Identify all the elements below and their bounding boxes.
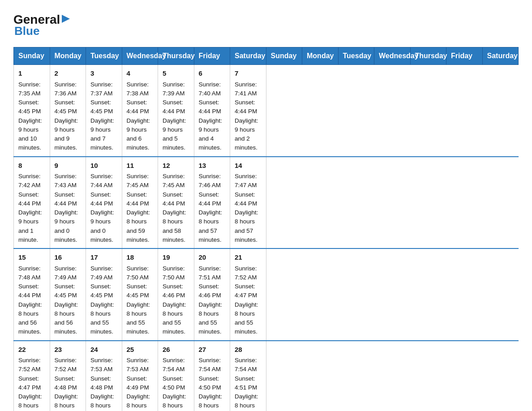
daylight: Daylight: 8 hours (163, 393, 186, 409)
calendar-cell: 18Sunrise: 7:50 AMSunset: 4:45 PMDayligh… (122, 248, 158, 341)
sunset: Sunset: 4:44 PM (127, 99, 149, 115)
sunset: Sunset: 4:44 PM (18, 283, 41, 299)
day-number: 3 (90, 68, 117, 79)
sunset: Sunset: 4:51 PM (235, 375, 257, 391)
calendar-cell: 11Sunrise: 7:45 AMSunset: 4:44 PMDayligh… (122, 157, 158, 249)
sunrise: Sunrise: 7:49 AM (90, 265, 113, 281)
calendar-cell: 3Sunrise: 7:37 AMSunset: 4:45 PMDaylight… (86, 65, 122, 157)
day-number: 20 (199, 253, 226, 263)
sunrise: Sunrise: 7:53 AM (127, 357, 149, 372)
daylight: Daylight: 9 hours (199, 117, 223, 133)
day-number: 28 (235, 345, 262, 355)
calendar-cell: 10Sunrise: 7:44 AMSunset: 4:44 PMDayligh… (86, 157, 122, 249)
sunset: Sunset: 4:45 PM (90, 99, 113, 115)
calendar-cell: 28Sunrise: 7:54 AMSunset: 4:51 PMDayligh… (230, 341, 266, 411)
day-number: 21 (235, 253, 262, 263)
header-monday: Monday (302, 47, 339, 65)
logo-blue: Blue (14, 24, 39, 38)
sunset: Sunset: 4:44 PM (18, 191, 41, 207)
header-friday: Friday (194, 47, 230, 65)
daylight: Daylight: 8 hours (199, 393, 223, 409)
daylight2: and 55 minutes. (199, 319, 222, 335)
header-thursday: Thursday (158, 47, 194, 65)
daylight2: and 55 minutes. (127, 319, 150, 335)
sunrise: Sunrise: 7:41 AM (235, 81, 257, 97)
header-sunday: Sunday (14, 47, 50, 65)
daylight2: and 58 minutes. (163, 227, 185, 243)
sunset: Sunset: 4:46 PM (199, 283, 221, 299)
daylight: Daylight: 8 hours (18, 393, 42, 409)
sunset: Sunset: 4:44 PM (163, 191, 185, 207)
day-number: 2 (55, 68, 82, 79)
calendar-cell: 13Sunrise: 7:46 AMSunset: 4:44 PMDayligh… (194, 157, 230, 249)
logo-triangle-icon (61, 14, 71, 24)
sunset: Sunset: 4:50 PM (199, 375, 221, 391)
day-number: 9 (55, 161, 82, 171)
sunrise: Sunrise: 7:36 AM (55, 81, 77, 97)
day-number: 12 (163, 161, 189, 171)
header-sunday: Sunday (266, 47, 302, 65)
sunset: Sunset: 4:49 PM (127, 375, 149, 391)
calendar-header-row: SundayMondayTuesdayWednesdayThursdayFrid… (14, 47, 519, 65)
daylight: Daylight: 9 hours (18, 209, 42, 225)
day-number: 27 (199, 345, 226, 355)
calendar-week-row: 8Sunrise: 7:42 AMSunset: 4:44 PMDaylight… (14, 157, 519, 249)
calendar-cell: 1Sunrise: 7:35 AMSunset: 4:45 PMDaylight… (14, 65, 50, 157)
daylight: Daylight: 9 hours (90, 117, 114, 133)
sunrise: Sunrise: 7:48 AM (18, 265, 41, 281)
daylight: Daylight: 9 hours (55, 117, 78, 133)
sunrise: Sunrise: 7:53 AM (90, 357, 113, 372)
day-number: 17 (90, 253, 117, 263)
daylight2: and 1 minute. (18, 227, 38, 243)
sunset: Sunset: 4:44 PM (163, 99, 185, 115)
calendar-cell: 14Sunrise: 7:47 AMSunset: 4:44 PMDayligh… (230, 157, 266, 249)
header-saturday: Saturday (482, 47, 519, 65)
day-number: 6 (199, 68, 226, 79)
calendar-cell: 25Sunrise: 7:53 AMSunset: 4:49 PMDayligh… (122, 341, 158, 411)
daylight2: and 59 minutes. (127, 227, 150, 243)
calendar-cell: 21Sunrise: 7:52 AMSunset: 4:47 PMDayligh… (230, 248, 266, 341)
calendar-cell: 7Sunrise: 7:41 AMSunset: 4:44 PMDaylight… (230, 65, 266, 157)
day-number: 19 (163, 253, 189, 263)
sunrise: Sunrise: 7:50 AM (163, 265, 185, 281)
day-number: 8 (18, 161, 45, 171)
sunrise: Sunrise: 7:49 AM (55, 265, 77, 281)
daylight: Daylight: 8 hours (55, 393, 78, 409)
daylight2: and 9 minutes. (55, 135, 77, 151)
day-number: 5 (163, 68, 189, 79)
day-number: 23 (55, 345, 82, 355)
header-monday: Monday (50, 47, 86, 65)
sunrise: Sunrise: 7:50 AM (127, 265, 149, 281)
day-number: 1 (18, 68, 45, 79)
day-number: 10 (90, 161, 117, 171)
calendar-cell: 8Sunrise: 7:42 AMSunset: 4:44 PMDaylight… (14, 157, 50, 249)
daylight: Daylight: 9 hours (90, 209, 114, 225)
calendar-week-row: 22Sunrise: 7:52 AMSunset: 4:47 PMDayligh… (14, 341, 519, 411)
sunset: Sunset: 4:47 PM (18, 375, 41, 391)
calendar-cell: 2Sunrise: 7:36 AMSunset: 4:45 PMDaylight… (50, 65, 86, 157)
sunset: Sunset: 4:44 PM (199, 99, 221, 115)
daylight2: and 55 minutes. (235, 319, 257, 335)
daylight: Daylight: 9 hours (127, 117, 150, 133)
header-tuesday: Tuesday (86, 47, 122, 65)
day-number: 25 (127, 345, 154, 355)
daylight: Daylight: 8 hours (55, 301, 78, 317)
sunrise: Sunrise: 7:54 AM (199, 357, 221, 372)
daylight2: and 0 minutes. (55, 227, 77, 243)
header-wednesday: Wednesday (374, 47, 411, 65)
daylight2: and 7 minutes. (90, 135, 113, 151)
day-number: 22 (18, 345, 45, 355)
calendar-table: SundayMondayTuesdayWednesdayThursdayFrid… (13, 47, 519, 411)
sunrise: Sunrise: 7:42 AM (18, 173, 41, 188)
sunset: Sunset: 4:44 PM (235, 99, 257, 115)
calendar-cell: 4Sunrise: 7:38 AMSunset: 4:44 PMDaylight… (122, 65, 158, 157)
day-number: 7 (235, 68, 262, 79)
sunset: Sunset: 4:45 PM (90, 283, 113, 299)
daylight2: and 4 minutes. (199, 135, 222, 151)
calendar-cell: 12Sunrise: 7:45 AMSunset: 4:44 PMDayligh… (158, 157, 194, 249)
sunset: Sunset: 4:44 PM (199, 191, 221, 207)
sunrise: Sunrise: 7:37 AM (90, 81, 113, 97)
daylight: Daylight: 8 hours (90, 301, 114, 317)
sunrise: Sunrise: 7:54 AM (163, 357, 185, 372)
daylight: Daylight: 8 hours (199, 209, 223, 225)
